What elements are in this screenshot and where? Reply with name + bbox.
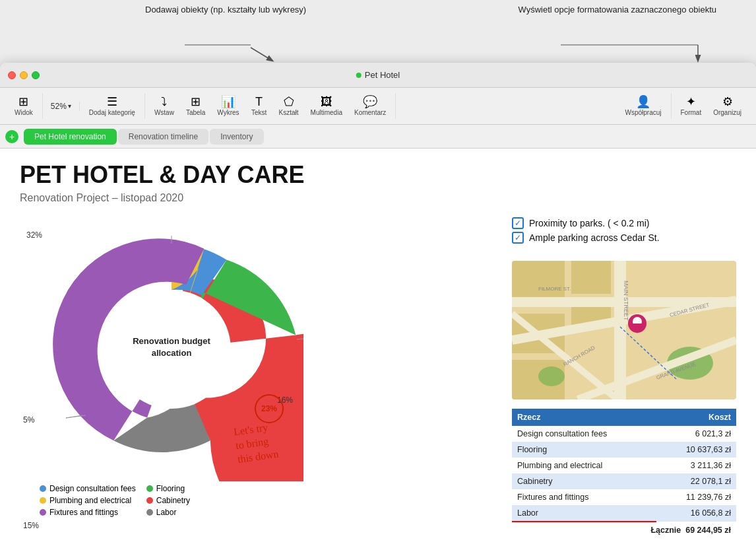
app-window: Pet Hotel ⊞ Widok 52% ▾ ☰ Dodaj kategori… — [0, 63, 756, 550]
organizuj-button[interactable]: ⚙ Organizuj — [708, 93, 747, 119]
toolbar-group-view: ⊞ Widok — [5, 93, 43, 119]
tab-pet-hotel-renovation[interactable]: Pet Hotel renovation — [24, 129, 117, 145]
tab-renovation-timeline[interactable]: Renovation timeline — [118, 129, 208, 145]
legend-dot-plumbing — [40, 497, 46, 504]
legend-dot-cabinetry — [146, 497, 153, 504]
check-text-1: Proximity to parks. ( < 0.2 mi) — [529, 218, 649, 228]
table-row: Cabinetry 22 078,1 zł — [512, 473, 736, 489]
wykres-button[interactable]: 📊 Wykres — [212, 93, 244, 119]
check-item-2: ✓ Ample parking across Cedar St. — [512, 232, 736, 244]
table-cell-cost: 11 239,76 zł — [656, 489, 736, 505]
map-svg: MAIN STREET FILMORE ST. GRAND AVENUE RAN… — [512, 261, 736, 399]
toolbar-group-collab: 👤 Współpracuj — [615, 93, 671, 119]
table-cell-cost: 6 021,3 zł — [656, 426, 736, 442]
table-cell-item: Fixtures and fittings — [512, 489, 656, 505]
chart-area: 32% 16% 5% 15% 9% 23% Let's tryto bringt… — [20, 217, 297, 517]
add-tab-button[interactable]: + — [5, 130, 18, 143]
svg-point-19 — [538, 366, 565, 386]
donut-chart: Renovation budget allocation — [40, 217, 303, 481]
pct-label-15: 15% — [23, 521, 39, 530]
legend-item-labor: Labor — [146, 508, 190, 517]
tab-inventory[interactable]: Inventory — [210, 129, 263, 145]
widok-icon: ⊞ — [18, 96, 28, 108]
table-row: Fixtures and fittings 11 239,76 zł — [512, 489, 736, 505]
budget-table: Rzecz Koszt Design consultation fees 6 0… — [512, 409, 736, 538]
col-header-rzecz: Rzecz — [512, 409, 656, 426]
legend-item-flooring: Flooring — [146, 484, 190, 493]
legend-item-cabinetry: Cabinetry — [146, 496, 190, 505]
legend-item-plumbing: Plumbing and electrical — [40, 496, 136, 505]
komentarz-button[interactable]: 💬 Komentarz — [349, 93, 391, 119]
maximize-button[interactable] — [32, 71, 40, 79]
legend-dot-labor — [146, 509, 153, 516]
komentarz-icon: 💬 — [363, 96, 377, 108]
organizuj-icon: ⚙ — [722, 96, 733, 108]
table-total: Łącznie 69 244,95 zł — [512, 522, 736, 538]
close-button[interactable] — [8, 71, 16, 79]
table-row: Plumbing and electrical 3 211,36 zł — [512, 458, 736, 473]
table-cell-cost: 10 637,63 zł — [656, 442, 736, 458]
widok-button[interactable]: ⊞ Widok — [9, 93, 38, 119]
legend-col-2: Flooring Cabinetry Labor — [146, 484, 190, 517]
minimize-button[interactable] — [20, 71, 28, 79]
format-button[interactable]: ✦ Format — [676, 93, 707, 119]
legend-dot-design — [40, 485, 46, 492]
document-area: PET HOTEL & DAY CARE Renovation Project … — [0, 149, 756, 550]
tabs-bar: + Pet Hotel renovation Renovation timeli… — [0, 125, 756, 149]
svg-text:allocation: allocation — [152, 348, 192, 358]
toolbar-group-zoom: 52% ▾ — [43, 102, 80, 111]
tekst-button[interactable]: T Tekst — [246, 93, 272, 119]
titlebar: Pet Hotel — [0, 63, 756, 88]
tabela-icon: ⊞ — [191, 96, 201, 108]
wykres-icon: 📊 — [221, 96, 236, 108]
legend-col-1: Design consultation fees Plumbing and el… — [40, 484, 136, 517]
table-cell-item: Plumbing and electrical — [512, 458, 656, 473]
zoom-caret-icon: ▾ — [68, 102, 71, 110]
pct-circle-23: 23% — [255, 394, 284, 423]
zoom-control[interactable]: 52% ▾ — [47, 102, 75, 111]
multimedia-button[interactable]: 🖼 Multimedia — [305, 93, 348, 119]
pct-label-5: 5% — [23, 415, 34, 425]
traffic-lights — [8, 71, 40, 79]
tekst-icon: T — [255, 96, 263, 108]
title-dot-icon — [356, 73, 362, 78]
table-total-row: Łącznie 69 244,95 zł — [512, 522, 736, 538]
table-cell-cost-labor: 16 056,8 zł — [656, 505, 736, 522]
dodaj-kategorie-icon: ☰ — [107, 96, 117, 108]
map-container: MAIN STREET FILMORE ST. GRAND AVENUE RAN… — [512, 261, 736, 399]
svg-rect-16 — [571, 261, 611, 294]
checkbox-2[interactable]: ✓ — [512, 232, 524, 244]
svg-text:MAIN STREET: MAIN STREET — [623, 281, 629, 321]
toolbar-group-category: ☰ Dodaj kategorię — [80, 93, 145, 119]
ksztalt-button[interactable]: ⬠ Kształt — [274, 93, 304, 119]
check-text-2: Ample parking across Cedar St. — [529, 232, 660, 243]
main-content: PET HOTEL & DAY CARE Renovation Project … — [0, 149, 756, 550]
annotation-right-label: Wyświetl opcje formatowania zaznaczonego… — [519, 4, 717, 16]
toolbar-group-insert: ⤵ Wstaw ⊞ Tabela 📊 Wykres T Tekst ⬠ Kszt… — [145, 93, 396, 119]
wspolpracuj-icon: 👤 — [636, 96, 650, 108]
budget-table-container: Rzecz Koszt Design consultation fees 6 0… — [512, 409, 736, 538]
ksztalt-icon: ⬠ — [284, 96, 294, 108]
legend-item-fixtures: Fixtures and fittings — [40, 508, 136, 517]
table-header-row: Rzecz Koszt — [512, 409, 736, 426]
table-cell-item-labor: Labor — [512, 505, 656, 522]
svg-text:Renovation budget: Renovation budget — [133, 336, 210, 346]
svg-text:FILMORE ST.: FILMORE ST. — [538, 286, 571, 292]
document-title: PET HOTEL & DAY CARE — [20, 162, 736, 188]
wstaw-icon: ⤵ — [161, 96, 167, 108]
table-cell-cost: 22 078,1 zł — [656, 473, 736, 489]
table-row: Design consultation fees 6 021,3 zł — [512, 426, 736, 442]
tabela-button[interactable]: ⊞ Tabela — [181, 93, 210, 119]
table-cell-cost: 3 211,36 zł — [656, 458, 736, 473]
legend-dot-flooring — [146, 485, 153, 492]
wstaw-button[interactable]: ⤵ Wstaw — [149, 93, 179, 119]
check-item-1: ✓ Proximity to parks. ( < 0.2 mi) — [512, 217, 736, 229]
right-panel: ✓ Proximity to parks. ( < 0.2 mi) ✓ Ampl… — [512, 217, 736, 538]
multimedia-icon: 🖼 — [321, 96, 332, 108]
dodaj-kategorie-button[interactable]: ☰ Dodaj kategorię — [84, 93, 141, 119]
checklist: ✓ Proximity to parks. ( < 0.2 mi) ✓ Ampl… — [512, 217, 736, 246]
table-row-labor: Labor 16 056,8 zł — [512, 505, 736, 522]
toolbar-group-format: ✦ Format ⚙ Organizuj — [672, 93, 751, 119]
checkbox-1[interactable]: ✓ — [512, 217, 524, 229]
wspolpracuj-button[interactable]: 👤 Współpracuj — [619, 93, 666, 119]
